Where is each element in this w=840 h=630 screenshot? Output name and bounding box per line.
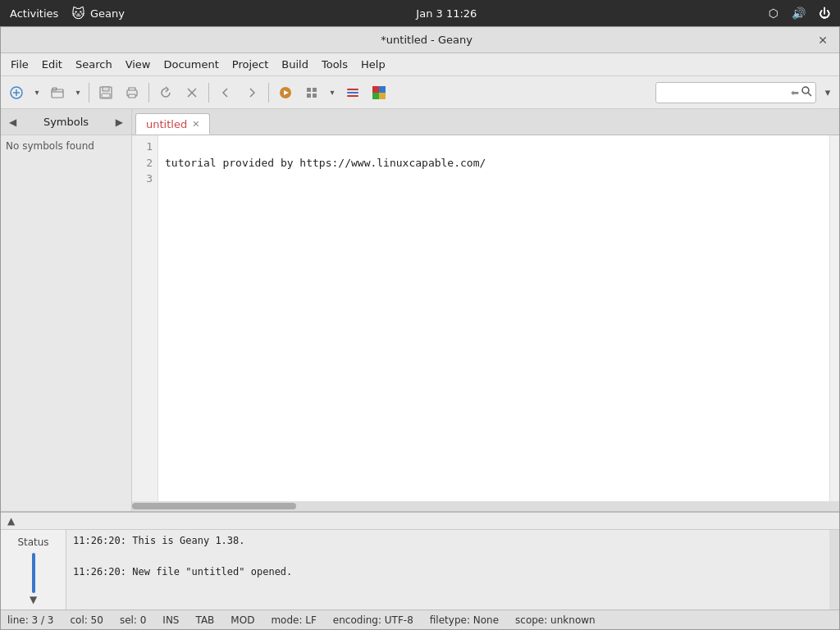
status-log: Status ▼ 11:26:20: This is Geany 1.38. 1… — [1, 530, 839, 609]
editor-area: untitled ✕ 1 2 3 tutorial provided by ht… — [132, 109, 839, 511]
activities-button[interactable]: Activities — [10, 7, 58, 20]
menu-project[interactable]: Project — [226, 56, 275, 73]
svg-rect-19 — [347, 92, 358, 94]
toolbar-separator-4 — [268, 83, 269, 103]
code-wrapper: 1 2 3 tutorial provided by https://www.l… — [132, 135, 839, 501]
search-go-button[interactable] — [801, 85, 812, 99]
status-filetype: filetype: None — [430, 614, 499, 626]
sidebar: ◀ Symbols ▶ No symbols found — [1, 109, 132, 511]
status-sel: sel: 0 — [120, 614, 146, 626]
network-icon[interactable]: ⬡ — [769, 7, 778, 20]
svg-rect-14 — [307, 88, 311, 92]
sidebar-content: No symbols found — [1, 135, 131, 511]
svg-rect-18 — [347, 89, 358, 90]
search-input[interactable] — [660, 86, 791, 98]
sidebar-title: Symbols — [43, 116, 89, 128]
power-icon[interactable]: ⏻ — [819, 7, 830, 20]
toolbar-separator-2 — [148, 83, 149, 103]
svg-rect-24 — [379, 93, 386, 99]
no-symbols-label: No symbols found — [6, 140, 94, 152]
horizontal-scrollbar[interactable] — [132, 501, 839, 511]
back-button[interactable] — [213, 81, 238, 104]
app-indicator[interactable]: 🐱 Geany — [71, 6, 125, 21]
search-clear-button[interactable]: ⬅ — [791, 87, 799, 98]
close-tab-button[interactable] — [180, 81, 204, 104]
status-encoding: encoding: UTF-8 — [333, 614, 413, 626]
print-button[interactable] — [120, 81, 144, 104]
sidebar-header: ◀ Symbols ▶ — [1, 109, 131, 135]
open-file-dropdown[interactable]: ▾ — [71, 81, 84, 104]
menu-file[interactable]: File — [4, 56, 35, 73]
log-line-1: 11:26:20: This is Geany 1.38. — [73, 533, 823, 549]
sidebar-next-button[interactable]: ▶ — [112, 115, 126, 130]
app-name-label: Geany — [90, 7, 125, 20]
status-col: col: 50 — [70, 614, 103, 626]
save-file-button[interactable] — [94, 81, 118, 104]
menu-document[interactable]: Document — [157, 56, 225, 73]
build-button[interactable] — [299, 81, 324, 104]
menu-tools[interactable]: Tools — [315, 56, 354, 73]
toolbar-separator-3 — [208, 83, 209, 103]
right-gutter — [829, 135, 839, 501]
svg-rect-23 — [372, 93, 379, 99]
main-area: ◀ Symbols ▶ No symbols found untitled ✕ … — [1, 109, 839, 511]
geany-window: *untitled - Geany ✕ File Edit Search Vie… — [0, 26, 840, 630]
status-panel-controls: ▲ — [1, 513, 839, 530]
tab-untitled[interactable]: untitled ✕ — [135, 113, 210, 135]
status-panel: ▲ Status ▼ 11:26:20: This is Geany 1.38.… — [1, 511, 839, 609]
menu-search[interactable]: Search — [69, 56, 119, 73]
menu-edit[interactable]: Edit — [35, 56, 69, 73]
line-number: 2 — [135, 155, 153, 171]
status-label: Status — [17, 536, 48, 548]
menu-help[interactable]: Help — [354, 56, 392, 73]
log-line-2: 11:26:20: New file "untitled" opened. — [73, 564, 823, 580]
menu-view[interactable]: View — [119, 56, 158, 73]
toolbar-end-dropdown[interactable]: ▾ — [819, 81, 836, 104]
prefs-button[interactable] — [340, 81, 365, 104]
svg-rect-20 — [347, 95, 358, 97]
forward-button[interactable] — [240, 81, 264, 104]
tab-label: untitled — [146, 118, 187, 130]
svg-rect-6 — [103, 87, 109, 91]
reload-button[interactable] — [153, 81, 178, 104]
status-panel-down-button[interactable]: ▼ — [26, 593, 40, 606]
toolbar-separator-1 — [89, 83, 89, 103]
scrollbar-thumb[interactable] — [132, 503, 296, 509]
status-log-content: 11:26:20: This is Geany 1.38. 11:26:20: … — [66, 530, 829, 609]
status-scope: scope: unknown — [515, 614, 596, 626]
code-editor[interactable]: tutorial provided by https://www.linuxca… — [158, 135, 829, 501]
window-close-button[interactable]: ✕ — [813, 32, 833, 48]
run-button[interactable] — [273, 81, 298, 104]
svg-rect-21 — [372, 86, 379, 93]
system-bar: Activities 🐱 Geany Jan 3 11:26 ⬡ 🔊 ⏻ — [0, 0, 840, 26]
toolbar: ▾ ▾ ▾ — [1, 76, 839, 109]
line-numbers: 1 2 3 — [132, 135, 158, 501]
tab-close-button[interactable]: ✕ — [192, 119, 199, 130]
line-number: 1 — [135, 139, 153, 155]
build-dropdown[interactable]: ▾ — [326, 81, 339, 104]
open-file-button[interactable] — [45, 81, 70, 104]
status-ins: INS — [162, 614, 179, 626]
status-bar-indicator — [32, 553, 35, 593]
toolbar-search-box[interactable]: ⬅ — [655, 82, 816, 103]
menu-build[interactable]: Build — [275, 56, 315, 73]
new-file-button[interactable] — [4, 81, 29, 104]
volume-icon[interactable]: 🔊 — [792, 7, 806, 20]
svg-line-26 — [808, 93, 811, 96]
status-line: line: 3 / 3 — [7, 614, 53, 626]
svg-point-25 — [802, 87, 809, 94]
datetime-label: Jan 3 11:26 — [416, 7, 477, 20]
status-mod: MOD — [231, 614, 254, 626]
svg-rect-16 — [307, 94, 311, 98]
tabs-bar: untitled ✕ — [132, 109, 839, 135]
status-log-scrollbar[interactable] — [829, 530, 839, 609]
color-picker-button[interactable] — [367, 81, 391, 104]
title-bar: *untitled - Geany ✕ — [1, 27, 839, 53]
sidebar-prev-button[interactable]: ◀ — [6, 115, 20, 130]
status-tab: TAB — [195, 614, 214, 626]
status-panel-up-button[interactable]: ▲ — [4, 514, 18, 527]
status-indicator: Status ▼ — [1, 530, 66, 609]
new-file-dropdown[interactable]: ▾ — [30, 81, 43, 104]
geany-app-icon: 🐱 — [71, 6, 85, 21]
window-title: *untitled - Geany — [40, 34, 813, 46]
